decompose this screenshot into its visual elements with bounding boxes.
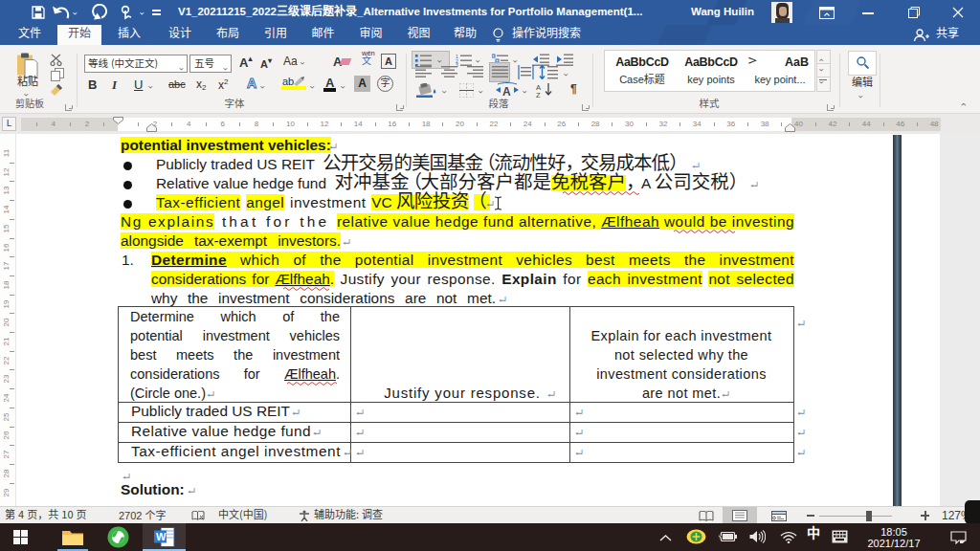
svg-text:W: W [156, 531, 167, 542]
svg-text:A: A [502, 85, 511, 98]
svg-text:Z: Z [536, 91, 541, 98]
